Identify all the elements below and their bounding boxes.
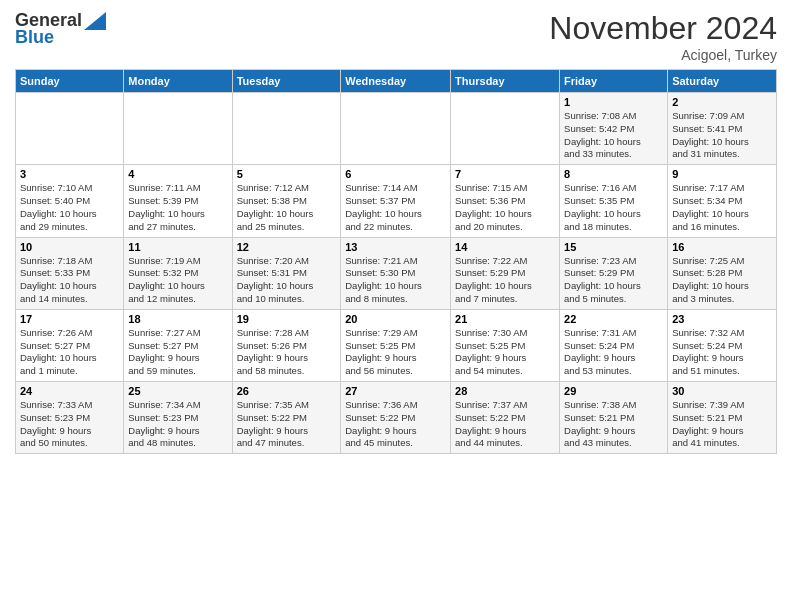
calendar-week-row: 1Sunrise: 7:08 AMSunset: 5:42 PMDaylight… [16, 93, 777, 165]
weekday-header: Tuesday [232, 70, 341, 93]
day-info: Sunrise: 7:09 AMSunset: 5:41 PMDaylight:… [672, 110, 772, 161]
calendar-cell: 20Sunrise: 7:29 AMSunset: 5:25 PMDayligh… [341, 309, 451, 381]
day-number: 13 [345, 241, 446, 253]
day-number: 7 [455, 168, 555, 180]
month-title: November 2024 [549, 10, 777, 47]
day-number: 11 [128, 241, 227, 253]
day-info: Sunrise: 7:17 AMSunset: 5:34 PMDaylight:… [672, 182, 772, 233]
calendar-cell [341, 93, 451, 165]
calendar-cell: 3Sunrise: 7:10 AMSunset: 5:40 PMDaylight… [16, 165, 124, 237]
day-info: Sunrise: 7:34 AMSunset: 5:23 PMDaylight:… [128, 399, 227, 450]
day-number: 14 [455, 241, 555, 253]
day-info: Sunrise: 7:39 AMSunset: 5:21 PMDaylight:… [672, 399, 772, 450]
day-info: Sunrise: 7:32 AMSunset: 5:24 PMDaylight:… [672, 327, 772, 378]
page: General Blue November 2024 Acigoel, Turk… [0, 0, 792, 612]
calendar-cell: 22Sunrise: 7:31 AMSunset: 5:24 PMDayligh… [560, 309, 668, 381]
calendar-cell [16, 93, 124, 165]
day-info: Sunrise: 7:31 AMSunset: 5:24 PMDaylight:… [564, 327, 663, 378]
day-info: Sunrise: 7:18 AMSunset: 5:33 PMDaylight:… [20, 255, 119, 306]
calendar-cell: 9Sunrise: 7:17 AMSunset: 5:34 PMDaylight… [668, 165, 777, 237]
day-info: Sunrise: 7:27 AMSunset: 5:27 PMDaylight:… [128, 327, 227, 378]
day-info: Sunrise: 7:22 AMSunset: 5:29 PMDaylight:… [455, 255, 555, 306]
calendar-cell: 7Sunrise: 7:15 AMSunset: 5:36 PMDaylight… [451, 165, 560, 237]
day-number: 2 [672, 96, 772, 108]
day-info: Sunrise: 7:10 AMSunset: 5:40 PMDaylight:… [20, 182, 119, 233]
day-info: Sunrise: 7:11 AMSunset: 5:39 PMDaylight:… [128, 182, 227, 233]
day-number: 6 [345, 168, 446, 180]
calendar-cell: 2Sunrise: 7:09 AMSunset: 5:41 PMDaylight… [668, 93, 777, 165]
day-number: 26 [237, 385, 337, 397]
calendar-cell [451, 93, 560, 165]
day-info: Sunrise: 7:23 AMSunset: 5:29 PMDaylight:… [564, 255, 663, 306]
calendar-cell: 8Sunrise: 7:16 AMSunset: 5:35 PMDaylight… [560, 165, 668, 237]
day-number: 28 [455, 385, 555, 397]
weekday-header: Wednesday [341, 70, 451, 93]
day-info: Sunrise: 7:38 AMSunset: 5:21 PMDaylight:… [564, 399, 663, 450]
calendar-cell: 29Sunrise: 7:38 AMSunset: 5:21 PMDayligh… [560, 382, 668, 454]
calendar-cell: 12Sunrise: 7:20 AMSunset: 5:31 PMDayligh… [232, 237, 341, 309]
calendar-week-row: 10Sunrise: 7:18 AMSunset: 5:33 PMDayligh… [16, 237, 777, 309]
day-info: Sunrise: 7:37 AMSunset: 5:22 PMDaylight:… [455, 399, 555, 450]
calendar-cell: 23Sunrise: 7:32 AMSunset: 5:24 PMDayligh… [668, 309, 777, 381]
day-number: 1 [564, 96, 663, 108]
weekday-header: Friday [560, 70, 668, 93]
calendar-cell: 25Sunrise: 7:34 AMSunset: 5:23 PMDayligh… [124, 382, 232, 454]
logo: General Blue [15, 10, 106, 48]
day-number: 10 [20, 241, 119, 253]
day-info: Sunrise: 7:33 AMSunset: 5:23 PMDaylight:… [20, 399, 119, 450]
day-number: 18 [128, 313, 227, 325]
logo-icon [84, 12, 106, 30]
day-number: 15 [564, 241, 663, 253]
calendar-header-row: SundayMondayTuesdayWednesdayThursdayFrid… [16, 70, 777, 93]
day-number: 29 [564, 385, 663, 397]
calendar-cell: 30Sunrise: 7:39 AMSunset: 5:21 PMDayligh… [668, 382, 777, 454]
calendar-cell: 24Sunrise: 7:33 AMSunset: 5:23 PMDayligh… [16, 382, 124, 454]
location: Acigoel, Turkey [549, 47, 777, 63]
day-number: 5 [237, 168, 337, 180]
header: General Blue November 2024 Acigoel, Turk… [15, 10, 777, 63]
day-number: 17 [20, 313, 119, 325]
day-number: 23 [672, 313, 772, 325]
logo-blue: Blue [15, 27, 54, 48]
title-block: November 2024 Acigoel, Turkey [549, 10, 777, 63]
day-info: Sunrise: 7:14 AMSunset: 5:37 PMDaylight:… [345, 182, 446, 233]
calendar-cell: 11Sunrise: 7:19 AMSunset: 5:32 PMDayligh… [124, 237, 232, 309]
calendar-cell: 10Sunrise: 7:18 AMSunset: 5:33 PMDayligh… [16, 237, 124, 309]
day-info: Sunrise: 7:36 AMSunset: 5:22 PMDaylight:… [345, 399, 446, 450]
calendar-cell: 27Sunrise: 7:36 AMSunset: 5:22 PMDayligh… [341, 382, 451, 454]
day-number: 19 [237, 313, 337, 325]
day-number: 4 [128, 168, 227, 180]
day-number: 20 [345, 313, 446, 325]
calendar-cell: 1Sunrise: 7:08 AMSunset: 5:42 PMDaylight… [560, 93, 668, 165]
calendar-cell: 26Sunrise: 7:35 AMSunset: 5:22 PMDayligh… [232, 382, 341, 454]
day-info: Sunrise: 7:19 AMSunset: 5:32 PMDaylight:… [128, 255, 227, 306]
day-info: Sunrise: 7:20 AMSunset: 5:31 PMDaylight:… [237, 255, 337, 306]
day-info: Sunrise: 7:30 AMSunset: 5:25 PMDaylight:… [455, 327, 555, 378]
calendar-cell: 18Sunrise: 7:27 AMSunset: 5:27 PMDayligh… [124, 309, 232, 381]
day-info: Sunrise: 7:16 AMSunset: 5:35 PMDaylight:… [564, 182, 663, 233]
day-info: Sunrise: 7:15 AMSunset: 5:36 PMDaylight:… [455, 182, 555, 233]
day-info: Sunrise: 7:21 AMSunset: 5:30 PMDaylight:… [345, 255, 446, 306]
day-info: Sunrise: 7:28 AMSunset: 5:26 PMDaylight:… [237, 327, 337, 378]
day-number: 8 [564, 168, 663, 180]
calendar-cell: 6Sunrise: 7:14 AMSunset: 5:37 PMDaylight… [341, 165, 451, 237]
weekday-header: Sunday [16, 70, 124, 93]
weekday-header: Saturday [668, 70, 777, 93]
day-number: 9 [672, 168, 772, 180]
calendar-cell: 17Sunrise: 7:26 AMSunset: 5:27 PMDayligh… [16, 309, 124, 381]
calendar-cell [232, 93, 341, 165]
weekday-header: Thursday [451, 70, 560, 93]
calendar-cell: 13Sunrise: 7:21 AMSunset: 5:30 PMDayligh… [341, 237, 451, 309]
day-info: Sunrise: 7:29 AMSunset: 5:25 PMDaylight:… [345, 327, 446, 378]
day-number: 25 [128, 385, 227, 397]
day-number: 27 [345, 385, 446, 397]
day-number: 3 [20, 168, 119, 180]
calendar-cell: 21Sunrise: 7:30 AMSunset: 5:25 PMDayligh… [451, 309, 560, 381]
day-number: 12 [237, 241, 337, 253]
day-number: 22 [564, 313, 663, 325]
calendar-cell: 14Sunrise: 7:22 AMSunset: 5:29 PMDayligh… [451, 237, 560, 309]
day-number: 21 [455, 313, 555, 325]
calendar-cell: 15Sunrise: 7:23 AMSunset: 5:29 PMDayligh… [560, 237, 668, 309]
day-info: Sunrise: 7:25 AMSunset: 5:28 PMDaylight:… [672, 255, 772, 306]
calendar-cell [124, 93, 232, 165]
